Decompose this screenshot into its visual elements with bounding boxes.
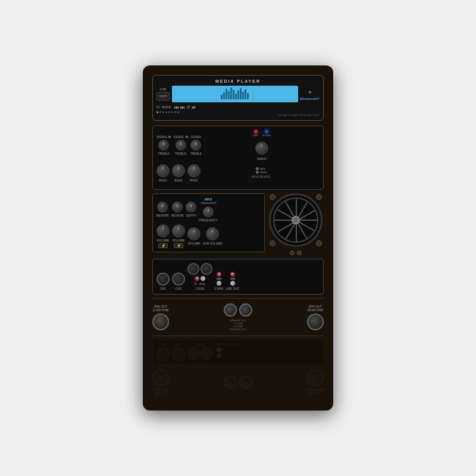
switch-dot-80hz[interactable] xyxy=(256,167,259,170)
volume-row: VOLUME ⚡ VOLUME ⚡ VOLUME xyxy=(156,224,261,248)
reflection-spk-out: SPK OUT(L)4/8 OHM SPK OUT(R)4/8 OHM xyxy=(152,367,324,397)
fan-screw-bl xyxy=(270,240,275,246)
phantom-btn-ch1[interactable]: ⚡ xyxy=(158,243,168,248)
reflection-ch34-j1 xyxy=(187,347,199,359)
ch56-label: CH5/6 xyxy=(215,287,223,290)
depth-label: DEPTH xyxy=(186,214,196,217)
reflection-input-row: CH1 CH2 CH3\4 xyxy=(156,343,320,361)
volume-label-ch2: VOLUME xyxy=(172,239,184,242)
ch34-jacks xyxy=(187,263,212,275)
bass-knob-ch1[interactable] xyxy=(156,164,170,177)
frequency-knob[interactable] xyxy=(203,206,214,217)
reflection-spk-left: SPK OUT(L)4/8 OHM xyxy=(152,369,169,395)
signal-label-ch1: SIGNAL xyxy=(156,135,167,139)
shuffle-button[interactable]: ⇄ xyxy=(192,105,196,110)
reflection-rca-l xyxy=(217,347,221,352)
reverb-strip-1: REVERB xyxy=(156,202,169,217)
depth-knob[interactable] xyxy=(186,202,196,212)
switch-dot-100hz[interactable] xyxy=(256,171,259,174)
spk-jack-center-2[interactable] xyxy=(239,303,252,317)
rca-white-l[interactable] xyxy=(201,276,205,281)
reverb-strip-2: REVERB xyxy=(171,202,184,217)
bass-label-ch1: BASS xyxy=(159,178,167,182)
volume-label-ch1: VOLUME xyxy=(156,239,169,242)
phantom-btn-ch2[interactable]: ⚡ xyxy=(174,243,183,248)
switch-80hz: 80Hz xyxy=(256,167,267,170)
input-jacks-section: CH1 CH2 xyxy=(152,259,324,295)
lineout-rca-r[interactable] xyxy=(230,272,235,277)
signal-label-ch2: SIGNAL xyxy=(173,135,184,139)
bass-knob-ch2[interactable] xyxy=(172,164,185,177)
reverb-knob-1[interactable] xyxy=(157,202,168,212)
reflection-rca-c-r xyxy=(218,355,220,357)
ch34-jack-2[interactable] xyxy=(201,263,212,275)
rca-red-r[interactable] xyxy=(195,276,199,281)
reflection-rca-r xyxy=(217,353,221,358)
reflection-ch56: CH2\9 xyxy=(215,343,223,358)
reflection-ch34-label: CH3\4 xyxy=(196,343,204,346)
effects-inner: REVERB REVERB DEPTH MP3 ⭒ Blueto xyxy=(152,193,265,252)
reflection-ch1-label: CH1 xyxy=(160,343,166,346)
ch56-rca-l[interactable] xyxy=(217,281,221,286)
reverb-knob-2[interactable] xyxy=(172,202,183,212)
lineout-rca-l[interactable] xyxy=(230,281,235,286)
ch56-rca-center-l xyxy=(218,282,220,284)
spk-jack-right[interactable] xyxy=(307,314,324,330)
lineout-spacer xyxy=(230,278,235,280)
volume-knob-ch2[interactable] xyxy=(172,224,185,237)
vol-strip-sub: SUB VOLUME xyxy=(203,227,223,245)
spk-jack-left[interactable] xyxy=(152,314,169,330)
power-led: POWER xyxy=(262,130,271,137)
array-knob[interactable] xyxy=(255,142,268,155)
ch2-xlr-jack[interactable] xyxy=(172,273,185,286)
spk-jack-center-1[interactable] xyxy=(224,303,237,317)
volume-knob-ch3[interactable] xyxy=(187,227,201,240)
sub-volume-knob[interactable] xyxy=(206,227,219,240)
ch56-input: CH5/6 xyxy=(215,272,223,290)
frequency-label: FREQUENCY xyxy=(199,218,217,222)
treble-knob-ch2[interactable] xyxy=(176,140,186,151)
lineout-center-r xyxy=(231,273,233,275)
treble-knob-ch1[interactable] xyxy=(158,140,169,151)
reflection-section: SPK OUT(L)4/8 OHM SPK OUT(R)4/8 OHM CH1 xyxy=(152,339,324,397)
ch56-rca-r[interactable] xyxy=(217,272,221,277)
volume-knob-ch1[interactable] xyxy=(156,224,170,237)
usb-slot[interactable] xyxy=(156,92,170,101)
freq-80hz-label: 80Hz xyxy=(260,167,265,170)
next-button[interactable]: ⏭ xyxy=(180,105,185,110)
reflection-spk-right-label: SPK OUT(R)4/8 OHM xyxy=(308,388,324,395)
bass-label-ch3: BASS xyxy=(190,178,198,182)
divider-1 xyxy=(152,298,324,299)
mode-label: MODE xyxy=(162,105,171,109)
reflection-lineout-label: ꟷIne OUꟷ xyxy=(226,343,240,346)
reverb-row: REVERB REVERB DEPTH MP3 ⭒ Blueto xyxy=(156,198,261,222)
ch56-spacer xyxy=(217,278,221,280)
treble-knob-ch3[interactable] xyxy=(190,140,201,151)
reflection-ch2-label: CH2 xyxy=(176,343,181,346)
ch1-xlr-jack[interactable] xyxy=(156,273,170,286)
speaker-out-center-label: SPEAKER OUT4-8 OHM4-8 OHMSPEAKER OUT xyxy=(230,319,246,331)
reflection-spk-left-label: SPK OUT(L)4/8 OHM xyxy=(153,388,168,395)
ch3-bass-strip: BASS xyxy=(187,164,201,182)
limit-power-section: LIMIT POWER ARRAY xyxy=(204,130,320,161)
bass-knob-ch3[interactable] xyxy=(187,164,201,177)
fan-screw-br xyxy=(316,240,322,246)
limit-led-dot xyxy=(254,130,258,133)
spk-out-left: SPK OUT(L)4/8 OHM xyxy=(152,305,169,330)
media-player-section: MEDIA PLAYER USB xyxy=(152,75,324,121)
ch34-jack-1[interactable] xyxy=(187,263,199,275)
reflection-spk-jack-right xyxy=(307,369,324,386)
prev-button[interactable]: ⏮ xyxy=(174,105,179,110)
signal-led-ch1 xyxy=(168,136,171,138)
lineout-rca xyxy=(230,272,235,286)
media-controls-row: IR MODE ⏮ ⏭ ↺ ⇄ xyxy=(156,105,320,110)
dots-row xyxy=(156,111,320,113)
spk-out-right-label: SPK OUT(R)4/8 OHM xyxy=(308,305,324,312)
treble-label-ch3: TREBLE xyxy=(190,152,202,155)
lcd-bars xyxy=(221,89,249,99)
bass-label-ch2: BASS xyxy=(174,178,182,182)
spk-center-jacks xyxy=(224,303,252,317)
lineout-label: LINE OUT xyxy=(226,287,239,290)
repeat-button[interactable]: ↺ xyxy=(186,105,190,110)
mp3-frequency-group: MP3 ⭒ Bluetooth® FREQUENCY xyxy=(199,198,217,222)
